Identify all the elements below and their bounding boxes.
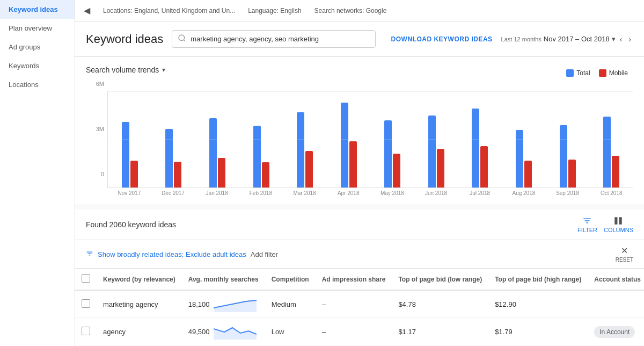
row-checkbox-cell (75, 290, 97, 318)
search-box[interactable] (172, 30, 376, 48)
search-input[interactable] (191, 35, 370, 43)
ad-impression-cell: – (316, 290, 392, 318)
y-label-6m: 6M (96, 81, 104, 87)
topbar-locations: Locations: England, United Kingdom and U… (103, 7, 235, 15)
th-avg-monthly: Avg. monthly searches (182, 269, 265, 290)
in-account-badge: In Account (594, 326, 635, 338)
legend-mobile-color (599, 69, 606, 77)
topbar: ◀ Locations: England, United Kingdom and… (75, 0, 644, 21)
grid-line-mid (108, 140, 633, 140)
columns-button[interactable]: COLUMNS (604, 216, 633, 233)
top-bid-low-cell: $1.17 (392, 318, 488, 345)
bar-mobile (437, 149, 444, 188)
y-label-0: 0 (101, 171, 104, 177)
sparkline-chart (214, 323, 257, 340)
x-axis-label: Nov 2017 (107, 190, 151, 196)
th-select-all[interactable] (75, 269, 97, 290)
bar-mobile (480, 146, 488, 188)
results-section: Found 2060 keyword ideas FILTER COLUMNS (75, 210, 644, 346)
sidebar-item-locations[interactable]: Locations (0, 75, 75, 94)
x-axis-labels: Nov 2017Dec 2017Jan 2018Feb 2018Mar 2018… (86, 190, 633, 196)
svg-point-0 (179, 35, 185, 41)
reset-label: RESET (616, 257, 633, 263)
bar-total (253, 126, 261, 188)
sidebar-item-ad-groups[interactable]: Ad groups (0, 38, 75, 56)
chart-title-wrapper: Search volume trends ▾ Total Mobile (86, 66, 633, 81)
filter-row: Show broadly related ideas; Exclude adul… (75, 240, 644, 269)
download-button[interactable]: DOWNLOAD KEYWORD IDEAS (391, 35, 493, 43)
reset-button[interactable]: ✕ RESET (616, 246, 633, 263)
filter-funnel-icon (86, 250, 93, 259)
bar-mobile (568, 160, 576, 188)
row-checkbox[interactable] (82, 327, 90, 335)
top-bid-high-cell: $1.79 (488, 318, 588, 345)
toolbar-icons: FILTER COLUMNS (577, 216, 633, 233)
top-bid-low-cell: $4.78 (392, 290, 488, 318)
select-all-checkbox[interactable] (82, 274, 90, 283)
legend-total-color (566, 69, 574, 77)
th-keyword: Keyword (by relevance) (97, 269, 182, 290)
sidebar-item-keywords[interactable]: Keywords (0, 56, 75, 75)
x-axis-label: Feb 2018 (239, 190, 283, 196)
chart-dropdown-icon[interactable]: ▾ (162, 66, 165, 74)
bar-mobile (393, 154, 400, 188)
keyword-cell: agency (97, 318, 182, 345)
bar-total (384, 120, 392, 188)
x-axis-label: Jun 2018 (414, 190, 458, 196)
ad-impression-cell: – (316, 318, 392, 345)
bar-total (209, 118, 217, 188)
page-title: Keyword ideas (86, 32, 163, 46)
date-dropdown-icon[interactable]: ▾ (612, 35, 616, 43)
th-ad-impression: Ad impression share (316, 269, 392, 290)
bar-total (341, 103, 348, 188)
chart-bars-area (107, 91, 633, 188)
sidebar-item-plan-overview[interactable]: Plan overview (0, 19, 75, 38)
th-top-bid-high: Top of page bid (high range) (488, 269, 588, 290)
bar-mobile (262, 162, 269, 188)
th-competition: Competition (265, 269, 316, 290)
avg-monthly-cell: 18,100 (182, 290, 265, 318)
date-next-button[interactable]: › (626, 34, 633, 45)
grid-line-top (108, 91, 633, 92)
bar-mobile (349, 141, 357, 188)
main-content: ◀ Locations: England, United Kingdom and… (75, 0, 644, 346)
row-checkbox[interactable] (82, 299, 90, 308)
competition-cell: Low (265, 318, 316, 345)
date-range-value: Nov 2017 – Oct 2018 (544, 35, 610, 43)
legend-total-label: Total (576, 69, 590, 77)
row-checkbox-cell (75, 318, 97, 345)
avg-monthly-cell: 49,500 (182, 318, 265, 345)
header-row: Keyword ideas DOWNLOAD KEYWORD IDEAS Las… (75, 21, 644, 57)
filter-button[interactable]: FILTER (577, 216, 597, 233)
bar-total (560, 125, 567, 188)
table-header-row: Keyword (by relevance) Avg. monthly sear… (75, 269, 644, 290)
legend-total: Total (566, 69, 590, 77)
x-axis-label: Jan 2018 (195, 190, 239, 196)
th-top-bid-low: Top of page bid (low range) (392, 269, 488, 290)
bar-total (297, 112, 304, 188)
legend-mobile: Mobile (599, 69, 628, 77)
filter-text[interactable]: Show broadly related ideas; Exclude adul… (98, 250, 246, 258)
sidebar-item-keyword-ideas[interactable]: Keyword ideas (0, 0, 75, 19)
topbar-language: Language: English (248, 7, 301, 15)
date-prev-button[interactable]: ‹ (618, 34, 625, 45)
content-area: Keyword ideas DOWNLOAD KEYWORD IDEAS Las… (75, 21, 644, 346)
x-axis-label: Dec 2017 (151, 190, 195, 196)
bar-total (603, 117, 611, 188)
filter-label: FILTER (577, 227, 597, 233)
avg-monthly-value: 18,100 (188, 300, 210, 308)
add-filter-button[interactable]: Add filter (251, 250, 278, 258)
x-axis-label: May 2018 (370, 190, 414, 196)
chart-title-row: Search volume trends ▾ (86, 66, 165, 74)
bar-mobile (130, 161, 138, 188)
back-button[interactable]: ◀ (84, 5, 90, 16)
chart-section: Search volume trends ▾ Total Mobile (75, 57, 644, 205)
columns-label: COLUMNS (604, 227, 633, 233)
svg-line-1 (184, 40, 185, 41)
sparkline-chart (214, 296, 257, 312)
keyword-table: Keyword (by relevance) Avg. monthly sear… (75, 269, 644, 346)
bar-total (122, 122, 129, 188)
bar-mobile (174, 162, 181, 188)
table-row: marketing agency18,100Medium–$4.78$12.90 (75, 290, 644, 318)
chart-title: Search volume trends (86, 66, 159, 74)
